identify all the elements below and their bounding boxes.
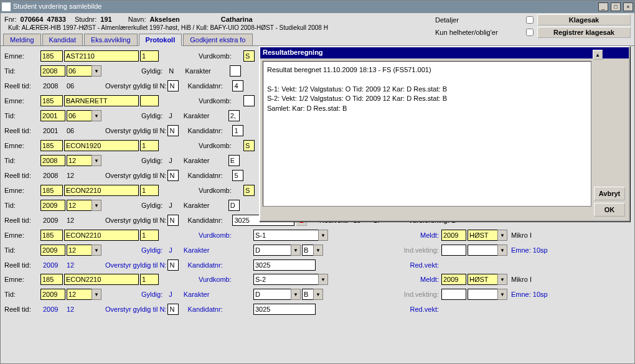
gyldig-label: Gyldig: xyxy=(139,67,165,75)
scroll-up-button[interactable]: ▲ xyxy=(593,50,603,60)
avbryt-button[interactable]: Avbryt xyxy=(594,187,625,200)
chevron-down-icon[interactable]: ▼ xyxy=(92,110,101,121)
karakter2-select[interactable] xyxy=(302,245,313,256)
minimize-button[interactable]: _ xyxy=(598,2,608,11)
emne-inst-input[interactable] xyxy=(40,274,63,285)
detaljer-checkbox[interactable] xyxy=(526,16,534,24)
emne-code-input[interactable] xyxy=(64,274,139,285)
emne-inst-input[interactable] xyxy=(40,140,63,151)
vurdkomb-input[interactable] xyxy=(243,95,255,106)
registrer-klagesak-button[interactable]: Registrer klagesak xyxy=(537,27,631,38)
chevron-down-icon[interactable]: ▼ xyxy=(92,155,101,166)
meldt-term-input[interactable] xyxy=(468,274,497,285)
emne-code-input[interactable] xyxy=(64,185,139,196)
karakter2-select[interactable] xyxy=(302,289,313,300)
tid-term-input[interactable] xyxy=(67,289,92,300)
tid-term-input[interactable] xyxy=(67,245,92,256)
vurdkomb-select[interactable] xyxy=(253,274,318,285)
emne-ver-input[interactable] xyxy=(140,274,159,285)
tid-year-input[interactable] xyxy=(40,65,65,77)
maximize-button[interactable]: □ xyxy=(611,2,621,11)
overstyr-input[interactable] xyxy=(167,125,179,136)
chevron-down-icon[interactable]: ▼ xyxy=(497,245,507,256)
emne-inst-input[interactable] xyxy=(40,95,63,106)
tab-protokoll[interactable]: Protokoll xyxy=(139,34,182,46)
emne-code-input[interactable] xyxy=(64,95,139,106)
tid-label: Tid: xyxy=(4,112,39,119)
indvekting-select[interactable] xyxy=(468,245,497,256)
indvekting-input[interactable] xyxy=(441,245,466,256)
chevron-down-icon[interactable]: ▼ xyxy=(92,289,101,300)
tid-term-input[interactable] xyxy=(67,110,92,121)
karakter-select[interactable] xyxy=(253,245,291,256)
tid-term-input[interactable] xyxy=(67,200,92,211)
kandidatnr-input[interactable] xyxy=(253,259,316,271)
chevron-down-icon[interactable]: ▼ xyxy=(497,289,507,300)
emne-ver-input[interactable] xyxy=(140,95,159,106)
meldt-year-input[interactable] xyxy=(441,230,466,241)
kandidatnr-input[interactable] xyxy=(232,125,243,136)
overstyr-input[interactable] xyxy=(167,259,179,271)
close-button[interactable]: × xyxy=(623,2,633,11)
emne-ver-input[interactable] xyxy=(140,50,159,62)
tab-melding[interactable]: Melding xyxy=(3,34,41,45)
overstyr-label: Overstyr gyldig til N: xyxy=(105,261,166,269)
meldt-year-input[interactable] xyxy=(441,274,466,285)
window-title: Student vurdering samlebilde xyxy=(13,2,101,10)
overstyr-input[interactable] xyxy=(167,215,179,226)
kandidatnr-input[interactable] xyxy=(253,304,316,315)
emne-code-input[interactable] xyxy=(64,140,139,151)
tid-year-input[interactable] xyxy=(40,110,65,121)
emne-code-input[interactable] xyxy=(64,230,139,241)
overstyr-input[interactable] xyxy=(167,80,179,91)
emne-inst-input[interactable] xyxy=(40,50,63,62)
tid-year-input[interactable] xyxy=(40,200,65,211)
chevron-down-icon[interactable]: ▼ xyxy=(92,65,101,77)
karakter-input[interactable] xyxy=(230,65,241,77)
tid-year-input[interactable] xyxy=(40,245,65,256)
emne-inst-input[interactable] xyxy=(40,230,63,241)
karakter-select[interactable] xyxy=(253,289,291,300)
vurdkomb-input[interactable] xyxy=(243,185,255,196)
chevron-down-icon[interactable]: ▼ xyxy=(313,245,323,256)
overstyr-input[interactable] xyxy=(167,170,179,181)
chevron-down-icon[interactable]: ▼ xyxy=(291,289,301,300)
kandidatnr-input[interactable] xyxy=(232,80,243,91)
karakter-input[interactable] xyxy=(228,155,240,166)
tab-kandidat[interactable]: Kandidat xyxy=(42,34,83,45)
emne-inst-input[interactable] xyxy=(40,185,63,196)
emne-ver-input[interactable] xyxy=(140,140,159,151)
chevron-down-icon[interactable]: ▼ xyxy=(497,274,507,285)
kandidatnr-input[interactable] xyxy=(232,170,243,181)
tid-label: Tid: xyxy=(4,246,39,254)
tid-year-input[interactable] xyxy=(40,155,65,166)
tab-eks-avvikling[interactable]: Eks.avvikling xyxy=(84,34,138,45)
meldt-term-input[interactable] xyxy=(468,230,497,241)
chevron-down-icon[interactable]: ▼ xyxy=(318,230,328,241)
chevron-down-icon[interactable]: ▼ xyxy=(318,274,328,285)
chevron-down-icon[interactable]: ▼ xyxy=(92,200,101,211)
emne-code-input[interactable] xyxy=(64,50,139,62)
vurdkomb-input[interactable] xyxy=(243,50,255,62)
dialog-line: Resultat beregnet 11.10.2009 18:13 - FS … xyxy=(267,65,587,75)
chevron-down-icon[interactable]: ▼ xyxy=(497,230,507,241)
tab-godkjent-ekstra[interactable]: Godkjent ekstra fo xyxy=(183,34,252,45)
chevron-down-icon[interactable]: ▼ xyxy=(92,245,101,256)
overstyr-input[interactable] xyxy=(167,304,179,315)
karakter-input[interactable] xyxy=(228,200,240,211)
tid-year-input[interactable] xyxy=(40,289,65,300)
karakter-input[interactable] xyxy=(228,110,240,121)
indvekting-input[interactable] xyxy=(441,289,466,300)
chevron-down-icon[interactable]: ▼ xyxy=(291,245,301,256)
vurdkomb-input[interactable] xyxy=(243,140,255,151)
tid-term-input[interactable] xyxy=(67,65,92,77)
kun-helheter-checkbox[interactable] xyxy=(526,29,534,36)
emne-ver-input[interactable] xyxy=(140,230,159,241)
emne-ver-input[interactable] xyxy=(140,185,159,196)
vurdkomb-select[interactable] xyxy=(253,230,318,241)
klagesak-button[interactable]: Klagesak xyxy=(537,14,631,26)
indvekting-select[interactable] xyxy=(468,289,497,300)
tid-term-input[interactable] xyxy=(67,155,92,166)
ok-button[interactable]: OK xyxy=(594,203,625,217)
chevron-down-icon[interactable]: ▼ xyxy=(313,289,323,300)
